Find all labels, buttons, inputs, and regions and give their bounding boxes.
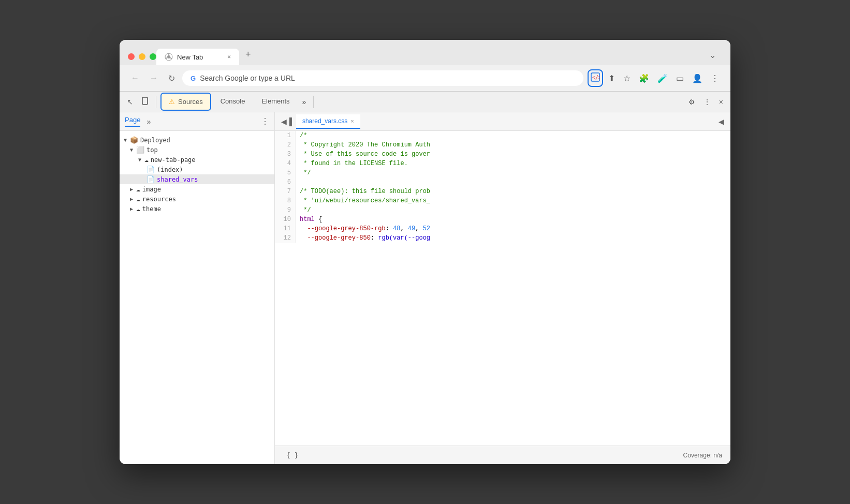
reload-button[interactable]: ↻ — [165, 71, 178, 85]
format-button[interactable]: { } — [283, 448, 301, 462]
google-icon: G — [190, 75, 196, 82]
index-label: (index) — [157, 166, 183, 173]
mobile-icon — [141, 97, 149, 105]
code-tab-filename: shared_vars.css — [302, 117, 347, 125]
coverage-text: Coverage: n/a — [683, 452, 722, 459]
devtools-close-button[interactable]: × — [716, 95, 726, 109]
image-label: image — [142, 186, 161, 193]
svg-point-1 — [167, 55, 170, 58]
tab-sources[interactable]: ⚠ Sources — [160, 93, 211, 111]
bookmark-button[interactable]: ☆ — [620, 70, 634, 86]
svg-line-4 — [166, 58, 167, 59]
tree-item-index[interactable]: 📄 (index) — [120, 165, 274, 174]
code-tab-close[interactable]: × — [350, 118, 354, 124]
tree-item-new-tab-page[interactable]: ▼ ☁ new-tab-page — [120, 155, 274, 165]
sidebar-tab-page[interactable]: Page — [125, 116, 140, 127]
sidebar-collapse-right[interactable]: ◀ — [714, 115, 728, 128]
svg-text:</>: </> — [592, 75, 600, 80]
share-button[interactable]: ⬆ — [605, 70, 618, 86]
top-frame-icon: ⬜ — [136, 146, 144, 154]
tree-item-deployed[interactable]: ▼ 📦 Deployed — [120, 135, 274, 145]
mobile-tool-button[interactable] — [138, 94, 152, 110]
back-button[interactable]: ← — [128, 71, 142, 85]
tree-item-theme[interactable]: ▶ ☁ theme — [120, 204, 274, 214]
menu-button[interactable]: ⋮ — [708, 70, 722, 86]
devtools-tab-end: ⚙ ⋮ × — [685, 95, 726, 109]
more-tabs-button[interactable]: » — [299, 95, 310, 109]
tree-arrow: ▶ — [130, 196, 133, 202]
file-icon: 📄 — [146, 166, 155, 173]
svg-rect-7 — [142, 97, 148, 105]
new-tab-button[interactable]: + — [239, 45, 257, 64]
code-tab-shared-vars[interactable]: shared_vars.css × — [296, 114, 360, 129]
minimize-button[interactable] — [139, 53, 145, 60]
close-button[interactable] — [128, 53, 135, 60]
profile-button[interactable]: 👤 — [689, 70, 706, 86]
cursor-tool-button[interactable]: ↖ — [124, 95, 136, 109]
devtools-toggle-button[interactable]: </> — [588, 69, 603, 87]
sidebar-menu-button[interactable]: ⋮ — [261, 116, 269, 126]
code-icon: </> — [591, 72, 600, 82]
code-line-10: 10 html { — [275, 215, 730, 224]
toolbar-divider-2 — [313, 96, 314, 108]
tree-item-shared-vars[interactable]: 📄 shared_vars — [120, 174, 274, 184]
code-line-9: 9 */ — [275, 205, 730, 215]
maximize-button[interactable] — [150, 53, 156, 60]
resources-label: resources — [142, 196, 176, 203]
tab-elements[interactable]: Elements — [254, 93, 297, 110]
sidebar-more-button[interactable]: » — [143, 116, 154, 127]
address-bar[interactable]: G Search Google or type a URL — [182, 70, 583, 86]
warning-icon: ⚠ — [169, 98, 175, 106]
lab-button[interactable]: 🧪 — [654, 70, 671, 86]
tree-item-resources[interactable]: ▶ ☁ resources — [120, 194, 274, 204]
tree-item-image[interactable]: ▶ ☁ image — [120, 184, 274, 194]
shared-vars-label: shared_vars — [157, 176, 198, 183]
code-line-11: 11 --google-grey-850-rgb: 48, 49, 52 — [275, 224, 730, 233]
title-bar: New Tab × + ⌄ — [120, 40, 730, 65]
domain-icon: ☁ — [144, 156, 149, 164]
domain-icon-theme: ☁ — [136, 205, 140, 213]
tree-arrow: ▼ — [138, 157, 141, 162]
sources-tree: ▼ 📦 Deployed ▼ ⬜ top ▼ ☁ new-tab-page — [120, 131, 274, 464]
code-line-7: 7 /* TODO(aee): this file should prob — [275, 187, 730, 196]
sidebar-button[interactable]: ▭ — [673, 70, 687, 86]
sidebar-collapse-left[interactable]: ◀▐ — [277, 115, 296, 128]
tree-arrow: ▼ — [124, 137, 127, 143]
deployed-label: Deployed — [140, 137, 170, 144]
sources-code: ◀▐ shared_vars.css × ◀ 1 /* 2 * C — [275, 112, 730, 464]
browser-window: New Tab × + ⌄ ← → ↻ G Search Google or t… — [120, 40, 730, 464]
css-file-icon: 📄 — [146, 175, 155, 183]
tab-title: New Tab — [177, 53, 203, 61]
code-line-6: 6 — [275, 177, 730, 187]
code-line-1: 1 /* — [275, 131, 730, 140]
code-line-3: 3 * Use of this source code is gover — [275, 150, 730, 159]
settings-button[interactable]: ⚙ — [685, 95, 698, 109]
extensions-button[interactable]: 🧩 — [636, 70, 652, 86]
theme-label: theme — [142, 205, 161, 213]
console-tab-label: Console — [221, 97, 245, 105]
tab-close-btn[interactable]: × — [227, 53, 231, 61]
forward-button[interactable]: → — [146, 71, 161, 85]
domain-icon-resources: ☁ — [136, 195, 140, 203]
code-line-4: 4 * found in the LICENSE file. — [275, 159, 730, 168]
code-line-12: 12 --google-grey-850: rgb(var(--goog — [275, 233, 730, 243]
sources-sidebar: Page » ⋮ ▼ 📦 Deployed ▼ ⬜ top — [120, 112, 275, 464]
browser-tab[interactable]: New Tab × — [156, 49, 239, 65]
domain-icon-image: ☁ — [136, 185, 140, 193]
elements-tab-label: Elements — [261, 97, 289, 105]
toolbar-divider — [156, 96, 156, 108]
tree-item-top[interactable]: ▼ ⬜ top — [120, 145, 274, 155]
tabs-row: New Tab × + ⌄ — [128, 45, 722, 65]
dropdown-button[interactable]: ⌄ — [703, 46, 722, 64]
address-text: Search Google or type a URL — [200, 74, 295, 82]
code-line-5: 5 */ — [275, 168, 730, 177]
devtools-menu-button[interactable]: ⋮ — [700, 95, 714, 109]
tab-console[interactable]: Console — [213, 93, 253, 110]
code-viewer[interactable]: 1 /* 2 * Copyright 2020 The Chromium Aut… — [275, 131, 730, 446]
tree-arrow: ▼ — [130, 147, 133, 153]
code-line-8: 8 * 'ui/webui/resources/shared_vars_ — [275, 196, 730, 205]
sources-tab-label: Sources — [178, 98, 203, 106]
tree-arrow: ▶ — [130, 206, 133, 212]
code-line-2: 2 * Copyright 2020 The Chromium Auth — [275, 140, 730, 150]
svg-line-3 — [170, 58, 172, 59]
